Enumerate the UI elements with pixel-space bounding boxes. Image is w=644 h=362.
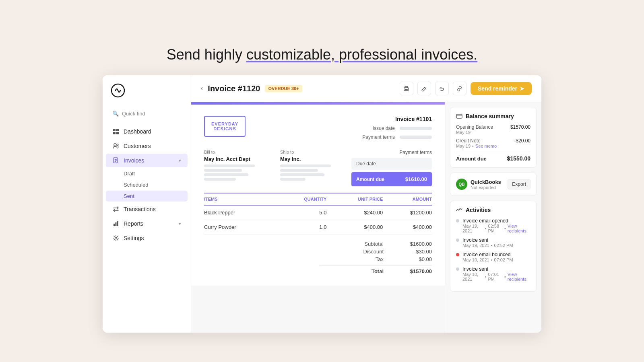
sidebar-item-transactions[interactable]: Transactions: [106, 202, 188, 216]
hero-underline: customizable, professional invoices.: [246, 46, 477, 63]
subtotal-row: Subtotal $1600.00: [319, 241, 432, 247]
svg-rect-15: [404, 88, 409, 90]
hero-section: Send highly customizable, professional i…: [0, 0, 644, 63]
back-button[interactable]: ‹: [201, 85, 203, 92]
view-recipients-link-3[interactable]: View recipients: [508, 272, 530, 282]
overdue-badge: OVERDUE 30+: [265, 85, 302, 92]
gear-icon: [112, 234, 120, 242]
see-memo-link[interactable]: See memo: [475, 144, 497, 148]
sidebar-item-settings[interactable]: Settings: [106, 231, 188, 245]
reply-button[interactable]: [435, 82, 449, 95]
tax-row: Tax $0.00: [319, 256, 432, 262]
issue-date-value: [400, 127, 432, 130]
reply-icon: [439, 86, 445, 92]
activity-item-0: Invoice email opened May 19, 2021 • 02:5…: [456, 218, 530, 233]
sidebar-item-customers[interactable]: Customers: [106, 139, 188, 153]
opening-balance-row: Opening Balance May 19 $1570.00: [456, 124, 530, 135]
svg-rect-12: [116, 222, 117, 226]
sidebar-item-label-invoices: Invoices: [124, 157, 144, 164]
header-actions: Send reminder ➤: [400, 82, 532, 95]
due-date-label: Due date: [356, 161, 376, 167]
sidebar-item-invoices[interactable]: Invoices ▾: [106, 154, 188, 167]
svg-rect-16: [405, 89, 408, 90]
activity-dot-2: [456, 253, 459, 256]
company-logo: EVERYDAY DESIGNS: [204, 116, 246, 137]
item-name-1: Curry Powder: [204, 220, 276, 234]
chart-icon: [112, 220, 120, 227]
quickbooks-status: Not exported: [471, 185, 501, 190]
activity-item-2: Invoice email bounced May 10, 2021 • 07:…: [456, 252, 530, 262]
svg-rect-13: [117, 221, 118, 226]
payment-terms-field: Payment terms: [362, 134, 432, 140]
sidebar-nav: Dashboard Customers: [103, 125, 191, 245]
discount-row: Discount -$30.00: [319, 249, 432, 255]
send-reminder-button[interactable]: Send reminder ➤: [471, 82, 532, 95]
amount-due-value-invoice: $1610.00: [405, 176, 427, 182]
items-table: ITEMS QUANTITY UNIT PRICE AMOUNT Black P…: [204, 193, 432, 234]
svg-point-14: [115, 237, 117, 239]
svg-rect-4: [116, 132, 119, 134]
payment-terms-right-label: Payment terms: [399, 150, 432, 155]
sidebar-item-dashboard[interactable]: Dashboard: [106, 125, 188, 138]
view-recipients-link-0[interactable]: View recipients: [508, 224, 530, 233]
svg-rect-17: [456, 114, 462, 118]
svg-rect-3: [113, 132, 116, 134]
quick-find[interactable]: 🔍 Quick find: [106, 107, 188, 120]
sidebar-item-label-dashboard: Dashboard: [124, 128, 151, 135]
invoice-header: ‹ Invoice #1120 OVERDUE 30+: [191, 75, 541, 102]
sidebar-item-sent[interactable]: Sent: [106, 191, 188, 202]
hero-title: Send highly customizable, professional i…: [0, 46, 644, 63]
ship-to-label: Ship to: [280, 150, 343, 154]
content-area: EVERYDAY DESIGNS Invoice #1101 Issue dat…: [191, 102, 541, 333]
send-arrow-icon: ➤: [520, 85, 524, 92]
svg-rect-11: [114, 224, 115, 226]
link-icon: [456, 86, 462, 92]
svg-rect-1: [113, 129, 116, 131]
bill-to-name: May Inc. Acct Dept: [204, 156, 267, 162]
bill-to-block: Bill to May Inc. Acct Dept: [204, 150, 267, 182]
print-icon: [403, 86, 409, 92]
edit-button[interactable]: [417, 82, 431, 95]
item-name-0: Black Pepper: [204, 205, 276, 220]
item-qty-1: 1.0: [276, 220, 326, 234]
sidebar-item-label-transactions: Transactions: [124, 206, 156, 212]
item-amount-1: $400.00: [383, 220, 432, 234]
quickbooks-name: QuickBooks: [471, 179, 501, 185]
bill-to-label: Bill to: [204, 150, 267, 154]
balance-amount-due-row: Amount due $1550.00: [456, 155, 530, 162]
export-button[interactable]: Export: [508, 179, 530, 189]
activity-dot-0: [456, 219, 459, 222]
activity-item-3: Invoice sent May 10, 2021 • 07:01 PM • V…: [456, 266, 530, 282]
balance-summary-title: Balance summary: [456, 113, 530, 119]
ship-to-block: Ship to May Inc.: [280, 150, 343, 182]
chevron-icon: ▾: [179, 158, 181, 163]
reports-chevron-icon: ▾: [179, 221, 181, 226]
users-icon: [112, 142, 120, 150]
company-name-line1: EVERYDAY: [211, 121, 238, 126]
activity-dot-1: [456, 239, 459, 242]
sidebar-item-scheduled[interactable]: Scheduled: [106, 179, 188, 190]
totals-section: Subtotal $1600.00 Discount -$30.00 Tax $…: [204, 241, 432, 274]
invoice-top: EVERYDAY DESIGNS Invoice #1101 Issue dat…: [204, 116, 432, 140]
sidebar-item-label-settings: Settings: [124, 235, 144, 241]
activity-item-1: Invoice sent May 19, 2021 • 02:52 PM: [456, 237, 530, 248]
unit-price-col-header: UNIT PRICE: [326, 193, 383, 205]
print-button[interactable]: [400, 82, 413, 95]
link-button[interactable]: [453, 82, 466, 95]
file-icon: [112, 157, 120, 164]
item-qty-0: 5.0: [276, 205, 326, 220]
sidebar-item-label-customers: Customers: [124, 143, 151, 149]
item-price-1: $400.00: [326, 220, 383, 234]
sidebar-item-reports[interactable]: Reports ▾: [106, 217, 188, 230]
svg-point-5: [114, 144, 116, 146]
logo: [103, 83, 191, 107]
issue-date-label: Issue date: [373, 125, 395, 131]
search-label: Quick find: [122, 111, 145, 117]
amount-due-field: Amount due $1610.00: [351, 172, 432, 186]
invoice-number: Invoice #1101: [362, 116, 432, 122]
app-window: 🔍 Quick find Dashboard: [103, 75, 541, 333]
ship-to-name: May Inc.: [280, 156, 343, 162]
edit-icon: [421, 86, 427, 92]
item-amount-0: $1200.00: [383, 205, 432, 220]
sidebar-item-draft[interactable]: Draft: [106, 168, 188, 179]
